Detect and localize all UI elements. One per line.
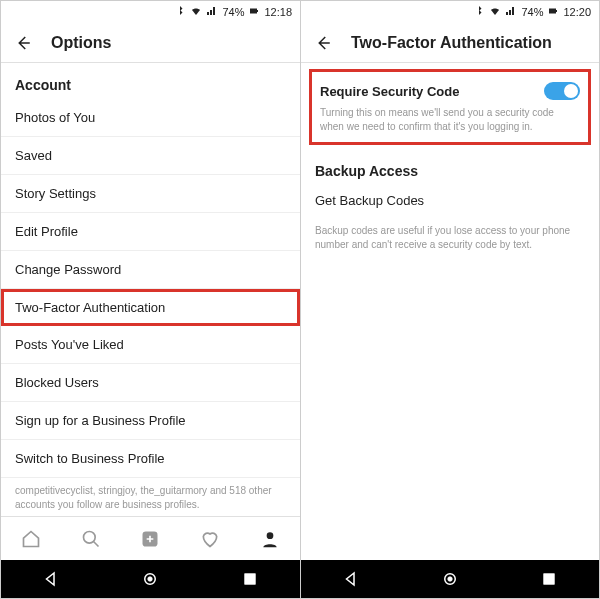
two-factor-screen: 74% 12:20 Two-Factor Authentication Requ… <box>300 0 600 599</box>
nav-home-icon[interactable] <box>441 570 459 588</box>
back-arrow-icon[interactable] <box>13 33 33 53</box>
require-code-toggle[interactable] <box>544 82 580 100</box>
svg-rect-9 <box>556 10 557 12</box>
menu-story-settings[interactable]: Story Settings <box>1 175 300 213</box>
search-icon[interactable] <box>80 528 102 550</box>
android-navbar <box>301 560 599 598</box>
nav-recent-icon[interactable] <box>540 570 558 588</box>
svg-point-6 <box>148 577 153 582</box>
options-screen: 74% 12:18 Options Account Photos of You … <box>0 0 300 599</box>
require-code-box: Require Security Code Turning this on me… <box>309 69 591 145</box>
status-bar: 74% 12:18 <box>1 1 300 23</box>
menu-edit-profile[interactable]: Edit Profile <box>1 213 300 251</box>
get-backup-codes[interactable]: Get Backup Codes <box>301 183 599 218</box>
section-account: Account <box>1 63 300 99</box>
bluetooth-icon <box>174 5 186 19</box>
nav-home-icon[interactable] <box>141 570 159 588</box>
signal-icon <box>505 5 517 19</box>
header-bar: Options <box>1 23 300 63</box>
clock-text: 12:18 <box>264 6 292 18</box>
bluetooth-icon <box>473 5 485 19</box>
add-post-icon[interactable] <box>139 528 161 550</box>
backup-section: Backup Access <box>301 153 599 183</box>
battery-text: 74% <box>521 6 543 18</box>
menu-blocked-users[interactable]: Blocked Users <box>1 364 300 402</box>
page-title: Two-Factor Authentication <box>351 34 552 52</box>
profile-icon[interactable] <box>259 528 281 550</box>
android-navbar <box>1 560 300 598</box>
require-code-helper: Turning this on means we'll send you a s… <box>320 106 580 134</box>
nav-recent-icon[interactable] <box>241 570 259 588</box>
svg-rect-0 <box>250 9 257 14</box>
clock-text: 12:20 <box>563 6 591 18</box>
battery-text: 74% <box>222 6 244 18</box>
menu-two-factor-auth[interactable]: Two-Factor Authentication <box>1 289 300 326</box>
wifi-icon <box>489 5 501 19</box>
nav-back-icon[interactable] <box>42 570 60 588</box>
menu-change-password[interactable]: Change Password <box>1 251 300 289</box>
menu-switch-business[interactable]: Switch to Business Profile <box>1 440 300 478</box>
business-helper: competitivecyclist, stringjoy, the_guita… <box>1 478 300 516</box>
svg-point-4 <box>267 532 274 539</box>
battery-icon <box>248 5 260 19</box>
menu-photos-of-you[interactable]: Photos of You <box>1 99 300 137</box>
backup-helper: Backup codes are useful if you lose acce… <box>301 218 599 258</box>
status-bar: 74% 12:20 <box>301 1 599 23</box>
svg-rect-1 <box>257 10 258 12</box>
two-factor-content: Require Security Code Turning this on me… <box>301 63 599 560</box>
home-icon[interactable] <box>20 528 42 550</box>
menu-saved[interactable]: Saved <box>1 137 300 175</box>
menu-signup-business[interactable]: Sign up for a Business Profile <box>1 402 300 440</box>
wifi-icon <box>190 5 202 19</box>
signal-icon <box>206 5 218 19</box>
svg-point-2 <box>83 531 95 543</box>
bottom-nav <box>1 516 300 560</box>
heart-icon[interactable] <box>199 528 221 550</box>
nav-back-icon[interactable] <box>342 570 360 588</box>
battery-icon <box>547 5 559 19</box>
require-code-row[interactable]: Require Security Code <box>320 78 580 106</box>
back-arrow-icon[interactable] <box>313 33 333 53</box>
menu-posts-liked[interactable]: Posts You've Liked <box>1 326 300 364</box>
svg-rect-12 <box>544 574 555 585</box>
require-code-label: Require Security Code <box>320 84 459 99</box>
svg-point-11 <box>448 577 453 582</box>
svg-rect-8 <box>549 9 556 14</box>
page-title: Options <box>51 34 111 52</box>
svg-rect-7 <box>245 574 256 585</box>
options-list: Account Photos of You Saved Story Settin… <box>1 63 300 516</box>
header-bar: Two-Factor Authentication <box>301 23 599 63</box>
